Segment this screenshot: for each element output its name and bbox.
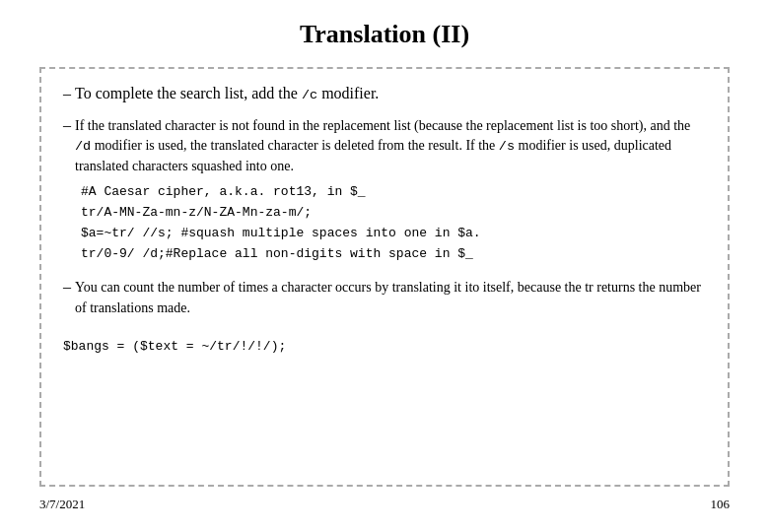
bullet-1: – To complete the search list, add the /… <box>63 85 706 102</box>
bullet-1-text-after: modifier. <box>317 85 379 101</box>
code-line-2: tr/A-MN-Za-mn-z/N-ZA-Mn-za-m/; <box>81 203 706 224</box>
bullet-dash-2: – <box>63 116 71 134</box>
footer-page-number: 106 <box>711 497 731 512</box>
bullet-2-code-s: /s <box>499 139 515 154</box>
footer-date: 3/7/2021 <box>39 497 85 512</box>
code-block: #A Caesar cipher, a.k.a. rot13, in $_ tr… <box>81 182 706 264</box>
code-line-4: tr/0-9/ /d;#Replace all non-digits with … <box>81 244 706 265</box>
bullet-dash-1: – <box>63 85 71 102</box>
bullet-3-text: You can count the number of times a char… <box>75 278 706 318</box>
page-container: Translation (II) – To complete the searc… <box>0 0 769 532</box>
bullet-3: – You can count the number of times a ch… <box>63 278 706 318</box>
code-line-1: #A Caesar cipher, a.k.a. rot13, in $_ <box>81 182 706 203</box>
bottom-code: $bangs = ($text = ~/tr/!/!/); <box>63 339 286 354</box>
bullet-1-text-before: To complete the search list, add the <box>75 85 302 101</box>
bullet-1-code: /c <box>302 88 317 102</box>
page-title: Translation (II) <box>39 20 730 49</box>
bottom-code-container: $bangs = ($text = ~/tr/!/!/); <box>63 336 706 354</box>
bullet-2: – If the translated character is not fou… <box>63 116 706 264</box>
bullet-2-code-d: /d <box>75 139 91 154</box>
bullet-dash-3: – <box>63 278 71 296</box>
bullet-1-text: To complete the search list, add the /c … <box>75 85 706 102</box>
content-box: – To complete the search list, add the /… <box>39 67 730 487</box>
code-line-3: $a=~tr/ //s; #squash multiple spaces int… <box>81 224 706 244</box>
footer: 3/7/2021 106 <box>39 497 730 512</box>
bullet-2-text: If the translated character is not found… <box>75 116 706 176</box>
